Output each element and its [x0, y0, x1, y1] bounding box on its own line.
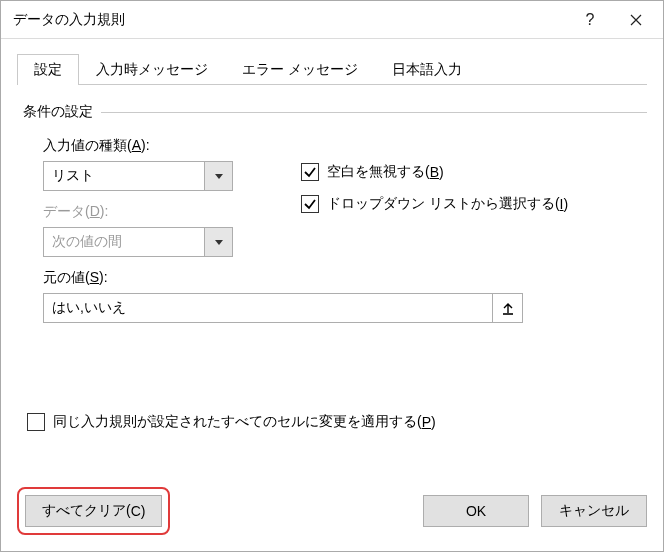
divider — [101, 112, 647, 113]
clear-all-highlight: すべてクリア(C) — [17, 487, 170, 535]
dialog-title: データの入力規則 — [13, 11, 567, 29]
allow-select-value: リスト — [44, 162, 204, 190]
allow-column: 入力値の種類(A): リスト データ(D): 次の値の間 — [43, 125, 267, 257]
allow-select-button[interactable] — [204, 162, 232, 190]
titlebar: データの入力規則 ? — [1, 1, 663, 39]
tab-input-message[interactable]: 入力時メッセージ — [79, 54, 225, 85]
source-label: 元の値(S): — [43, 269, 637, 287]
dialog-content: 設定 入力時メッセージ エラー メッセージ 日本語入力 条件の設定 入力値の種類… — [1, 39, 663, 473]
ok-button[interactable]: OK — [423, 495, 529, 527]
close-icon — [630, 14, 642, 26]
in-cell-dropdown-checkbox[interactable]: ドロップダウン リストから選択する(I) — [301, 195, 568, 213]
chevron-down-icon — [215, 240, 223, 245]
tab-error-message[interactable]: エラー メッセージ — [225, 54, 375, 85]
apply-to-all-checkbox[interactable]: 同じ入力規則が設定されたすべてのセルに変更を適用する(P) — [27, 413, 647, 431]
collapse-dialog-icon — [501, 301, 515, 315]
range-selector-button[interactable] — [493, 293, 523, 323]
cancel-button[interactable]: キャンセル — [541, 495, 647, 527]
tab-settings[interactable]: 設定 — [17, 54, 79, 85]
allow-select[interactable]: リスト — [43, 161, 233, 191]
criteria-group-label: 条件の設定 — [23, 103, 647, 121]
checkbox-checked-icon — [301, 163, 319, 181]
chevron-down-icon — [215, 174, 223, 179]
close-button[interactable] — [613, 1, 659, 39]
tab-ime[interactable]: 日本語入力 — [375, 54, 479, 85]
tab-strip: 設定 入力時メッセージ エラー メッセージ 日本語入力 — [17, 53, 647, 85]
help-button[interactable]: ? — [567, 1, 613, 39]
data-select: 次の値の間 — [43, 227, 233, 257]
criteria-group-text: 条件の設定 — [23, 103, 93, 121]
data-label: データ(D): — [43, 203, 267, 221]
data-validation-dialog: データの入力規則 ? 設定 入力時メッセージ エラー メッセージ 日本語入力 条… — [0, 0, 664, 552]
checkbox-checked-icon — [301, 195, 319, 213]
source-input[interactable]: はい,いいえ — [43, 293, 493, 323]
checkbox-unchecked-icon — [27, 413, 45, 431]
ignore-blank-checkbox[interactable]: 空白を無視する(B) — [301, 163, 568, 181]
data-select-button — [204, 228, 232, 256]
data-select-value: 次の値の間 — [44, 228, 204, 256]
clear-all-button[interactable]: すべてクリア(C) — [25, 495, 162, 527]
options-column: 空白を無視する(B) ドロップダウン リストから選択する(I) — [301, 133, 568, 257]
allow-label: 入力値の種類(A): — [43, 137, 267, 155]
criteria-body: 入力値の種類(A): リスト データ(D): 次の値の間 — [17, 121, 647, 323]
button-row: すべてクリア(C) OK キャンセル — [1, 473, 663, 551]
